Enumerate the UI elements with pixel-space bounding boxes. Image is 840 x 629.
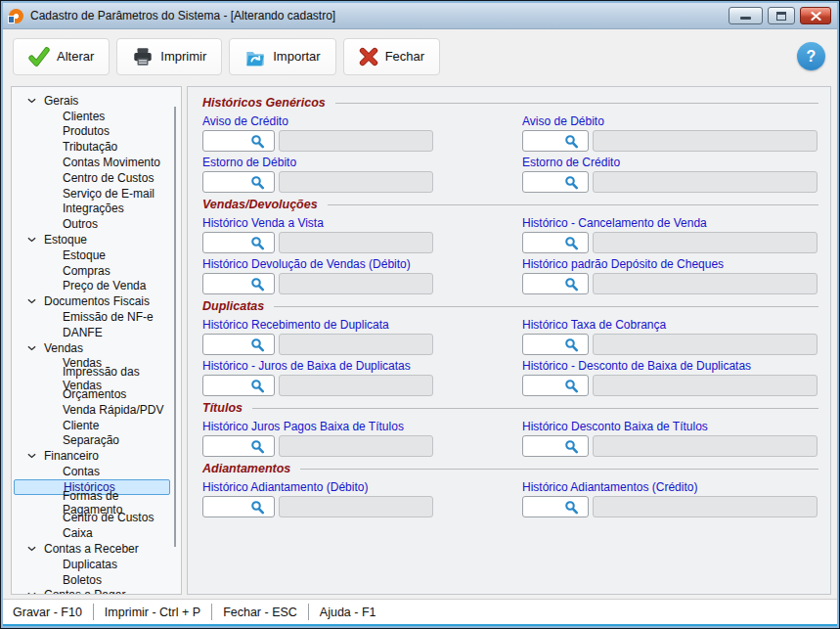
section-header: Títulos: [202, 400, 818, 416]
search-icon: [250, 337, 265, 352]
lookup-control: [522, 171, 818, 193]
sidebar-item-centro-de-custos[interactable]: Centro de Custos: [12, 170, 181, 186]
field-row: Histórico Devolução de Vendas (Débito)Hi…: [202, 253, 818, 294]
lookup-code-input[interactable]: [522, 334, 589, 355]
sidebar-item-impressao-das-vendas[interactable]: Impressão das Vendas: [12, 371, 181, 386]
sidebar-item-label: Caixa: [63, 526, 93, 540]
sidebar-item-servico-de-e-mail[interactable]: Serviço de E-mail: [12, 186, 181, 202]
lookup-control: [202, 232, 522, 253]
check-icon: [28, 46, 50, 67]
sidebar-item-label: Serviço de E-mail: [63, 187, 155, 201]
field-label: Histórico - Cancelamento de Venda: [522, 216, 818, 230]
maximize-button[interactable]: [768, 7, 795, 24]
close-button[interactable]: [800, 7, 831, 24]
lookup-control: [202, 435, 522, 457]
lookup-description-field: [593, 130, 818, 152]
sidebar-item-clientes[interactable]: Clientes: [12, 109, 181, 124]
lookup-description-field: [279, 130, 433, 152]
content-area: GeraisClientesProdutosTributaçãoContas M…: [3, 83, 837, 599]
fechar-label: Fechar: [385, 49, 424, 64]
sidebar-item-label: Outros: [63, 217, 98, 231]
sidebar-item-label: Centro de Custos: [63, 511, 154, 524]
sidebar-item-label: Venda Rápida/PDV: [63, 403, 163, 417]
lookup-code-input[interactable]: [202, 435, 275, 457]
search-icon: [250, 175, 265, 190]
sidebar-item-contas-a-receber[interactable]: Contas a Receber: [12, 541, 181, 557]
sidebar-item-label: Separação: [63, 433, 119, 447]
search-icon: [250, 500, 265, 515]
sidebar-item-gerais[interactable]: Gerais: [12, 93, 181, 109]
field-row: Histórico Adiantamento (Débito)Histórico…: [202, 476, 818, 517]
section-divider: [335, 103, 818, 104]
sidebar-item-integracoes[interactable]: Integrações: [12, 202, 181, 217]
lookup-code-input[interactable]: [202, 375, 275, 396]
sidebar-item-contas-movimento[interactable]: Contas Movimento: [12, 155, 181, 170]
lookup-code-input[interactable]: [202, 130, 275, 152]
field-row: Histórico Venda a VistaHistórico - Cance…: [202, 212, 818, 253]
alterar-button[interactable]: Alterar: [13, 38, 110, 75]
lookup-code-input[interactable]: [202, 273, 275, 294]
imprimir-button[interactable]: Imprimir: [116, 38, 222, 75]
help-button[interactable]: ?: [797, 42, 825, 70]
lookup-code-input[interactable]: [522, 375, 589, 396]
lookup-code-input[interactable]: [202, 334, 275, 355]
sidebar-item-compras[interactable]: Compras: [12, 263, 181, 279]
section-divider: [300, 469, 818, 470]
sidebar-item-label: Integrações: [63, 202, 124, 215]
title-bar[interactable]: Cadastro de Parâmetros do Sistema - [Alt…: [3, 3, 837, 29]
sidebar-item-produtos[interactable]: Produtos: [12, 124, 181, 140]
sidebar-item-vendas[interactable]: Vendas: [12, 340, 181, 356]
lookup-code-input[interactable]: [202, 232, 275, 253]
lookup-description-field: [593, 496, 818, 517]
sidebar-item-estoque[interactable]: Estoque: [12, 247, 181, 263]
lookup-description-field: [593, 171, 818, 193]
sidebar-item-label: Orçamentos: [63, 387, 126, 401]
lookup-code-input[interactable]: [522, 130, 589, 152]
field-aviso-de-credito: Aviso de Crédito: [202, 111, 522, 152]
lookup-code-input[interactable]: [522, 232, 589, 253]
sidebar-item-contas[interactable]: Contas: [12, 464, 181, 479]
sidebar-item-preco-de-venda[interactable]: Preço de Venda: [12, 279, 181, 294]
lookup-description-field: [593, 435, 818, 457]
lookup-description-field: [593, 232, 818, 253]
importar-button[interactable]: Importar: [229, 38, 335, 75]
sidebar-item-danfe[interactable]: DANFE: [12, 325, 181, 340]
sidebar-item-caixa[interactable]: Caixa: [12, 525, 181, 541]
sidebar-item-cliente[interactable]: Cliente: [12, 418, 181, 433]
sidebar-item-emissao-de-nf-e[interactable]: Emissão de NF-e: [12, 309, 181, 325]
chevron-down-icon: [27, 453, 36, 459]
lookup-code-input[interactable]: [202, 496, 275, 517]
sidebar-scrollbar[interactable]: [174, 107, 176, 547]
section-header: Duplicatas: [202, 298, 818, 314]
sidebar-item-estoque[interactable]: Estoque: [12, 232, 181, 247]
field-label: Histórico Taxa de Cobrança: [522, 318, 818, 332]
field-label: Histórico Desconto Baixa de Títulos: [522, 420, 818, 433]
search-icon: [564, 236, 579, 250]
sidebar-item-documentos-fiscais[interactable]: Documentos Fiscais: [12, 293, 181, 309]
lookup-code-input[interactable]: [522, 435, 589, 457]
sidebar-item-separacao[interactable]: Separação: [12, 433, 181, 449]
field-historico-juros-pagos-baixa-de-titulos: Histórico Juros Pagos Baixa de Títulos: [202, 416, 522, 457]
minimize-button[interactable]: [729, 7, 763, 24]
fechar-button[interactable]: Fechar: [343, 38, 440, 75]
sidebar-item-boletos[interactable]: Boletos: [12, 572, 181, 588]
field-row: Histórico Juros Pagos Baixa de TítulosHi…: [202, 416, 818, 457]
sidebar-item-outros[interactable]: Outros: [12, 216, 181, 232]
sidebar-item-label: Compras: [63, 264, 111, 278]
search-icon: [564, 134, 579, 149]
sidebar-item-contas-a-pagar[interactable]: Contas a Pagar: [12, 588, 181, 596]
lookup-code-input[interactable]: [522, 496, 589, 517]
sidebar-item-duplicatas[interactable]: Duplicatas: [12, 557, 181, 572]
lookup-code-input[interactable]: [202, 171, 275, 193]
sidebar-item-formas-de-pagamento[interactable]: Formas de Pagamento: [12, 495, 181, 511]
sidebar-item-financeiro[interactable]: Financeiro: [12, 448, 181, 464]
lookup-code-input[interactable]: [522, 273, 589, 294]
sidebar-item-tributacao[interactable]: Tributação: [12, 139, 181, 155]
lookup-code-input[interactable]: [522, 171, 589, 193]
sidebar-item-label: Centro de Custos: [63, 171, 154, 185]
lookup-control: [202, 334, 522, 355]
lookup-control: [202, 496, 522, 517]
field-label: Histórico Adiantamento (Débito): [202, 480, 522, 494]
sidebar-item-venda-rapida-pdv[interactable]: Venda Rápida/PDV: [12, 402, 181, 418]
lookup-control: [202, 130, 522, 152]
